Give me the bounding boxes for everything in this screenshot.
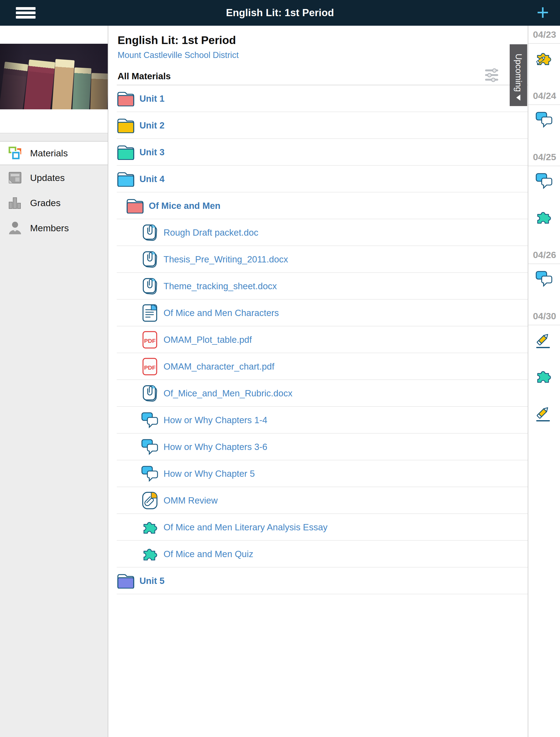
course-nav: Materials Updates Grades Members bbox=[0, 133, 108, 737]
material-label: Unit 2 bbox=[139, 120, 165, 131]
sidebar-item-members[interactable]: Members bbox=[0, 216, 108, 241]
folder-row[interactable]: Unit 5 bbox=[109, 567, 528, 594]
discussion-icon bbox=[141, 464, 159, 483]
svg-text:PDF: PDF bbox=[144, 365, 156, 371]
discussion-icon[interactable] bbox=[535, 173, 551, 190]
updates-icon bbox=[8, 170, 22, 185]
grades-icon bbox=[8, 196, 22, 210]
folder-row[interactable]: Unit 3 bbox=[109, 139, 528, 166]
upcoming-tab-label: Upcoming bbox=[514, 54, 523, 92]
material-label: Unit 3 bbox=[139, 147, 165, 158]
course-cover-photo-books bbox=[0, 44, 108, 109]
material-row[interactable]: How or Why Chapters 3-6 bbox=[109, 433, 528, 460]
material-label: OMM Review bbox=[164, 495, 218, 506]
add-plus-button[interactable]: + bbox=[533, 2, 552, 24]
sidebar-item-label: Members bbox=[30, 223, 69, 234]
topbar-course-title: English Lit: 1st Period bbox=[0, 7, 560, 19]
material-label: Of Mice and Men Characters bbox=[164, 308, 279, 318]
upcoming-date-events bbox=[528, 44, 560, 68]
sidebar-item-label: Materials bbox=[30, 148, 68, 159]
folder-row[interactable]: Unit 1 bbox=[109, 85, 528, 112]
upcoming-date-events bbox=[528, 166, 560, 227]
material-label: Thesis_Pre_Writing_2011.docx bbox=[164, 254, 288, 265]
material-label: OMAM_character_chart.pdf bbox=[164, 362, 274, 372]
upcoming-date-events bbox=[528, 264, 560, 288]
attachment-doc-icon bbox=[141, 277, 159, 296]
puzzle-icon bbox=[141, 544, 159, 564]
material-label: Of Mice and Men bbox=[149, 201, 220, 211]
upcoming-date-header: 04/24 bbox=[528, 87, 560, 105]
material-label: Unit 5 bbox=[139, 576, 165, 586]
material-label: Of Mice and Men Literary Analysis Essay bbox=[164, 522, 328, 532]
link-doc-icon bbox=[141, 491, 159, 510]
sidebar-item-grades[interactable]: Grades bbox=[0, 190, 108, 216]
material-row[interactable]: OMM Review bbox=[109, 487, 528, 514]
page-icon bbox=[141, 304, 159, 323]
material-row[interactable]: Of Mice and Men Characters bbox=[109, 300, 528, 327]
material-label: Unit 1 bbox=[139, 94, 165, 104]
puzzle-icon bbox=[141, 518, 159, 537]
attachment-doc-icon bbox=[141, 384, 159, 403]
discussion-icon[interactable] bbox=[535, 271, 551, 288]
collapse-left-arrow-icon bbox=[516, 95, 520, 101]
upcoming-date-events bbox=[528, 105, 560, 129]
attachment-doc-icon bbox=[141, 223, 159, 242]
folder-icon bbox=[117, 170, 135, 189]
folder-row[interactable]: Of Mice and Men bbox=[109, 193, 528, 219]
folder-icon bbox=[117, 89, 135, 108]
test-pencil-icon[interactable] bbox=[535, 332, 551, 350]
upcoming-date-header: 04/25 bbox=[528, 148, 560, 166]
material-row[interactable]: How or Why Chapters 1-4 bbox=[109, 407, 528, 433]
discussion-icon bbox=[141, 437, 159, 456]
material-row[interactable]: Of Mice and Men Literary Analysis Essay bbox=[109, 514, 528, 541]
material-row[interactable]: PDFOMAM_character_chart.pdf bbox=[109, 353, 528, 380]
folder-row[interactable]: Unit 2 bbox=[109, 112, 528, 139]
materials-icon bbox=[8, 146, 22, 161]
material-label: Of_Mice_and_Men_Rubric.docx bbox=[164, 388, 292, 398]
folder-icon bbox=[117, 116, 135, 135]
material-row[interactable]: Thesis_Pre_Writing_2011.docx bbox=[109, 246, 528, 273]
members-icon bbox=[8, 221, 22, 235]
pdf-icon: PDF bbox=[141, 330, 159, 350]
material-row[interactable]: PDFOMAM_Plot_table.pdf bbox=[109, 327, 528, 353]
test-pencil-icon[interactable] bbox=[535, 405, 551, 422]
material-row[interactable]: How or Why Chapter 5 bbox=[109, 460, 528, 487]
sidebar-item-materials[interactable]: Materials bbox=[0, 141, 108, 165]
all-materials-label: All Materials bbox=[118, 71, 171, 82]
folder-row[interactable]: Unit 4 bbox=[109, 166, 528, 193]
folder-icon bbox=[126, 196, 144, 216]
all-materials-header-row: All Materials bbox=[117, 67, 528, 85]
upcoming-date-header: 04/30 bbox=[528, 307, 560, 325]
material-label: Theme_tracking_sheet.docx bbox=[164, 281, 277, 292]
page-title: English Lit: 1st Period bbox=[118, 34, 236, 47]
upcoming-drawer-tab[interactable]: Upcoming bbox=[510, 44, 527, 106]
attachment-doc-icon bbox=[141, 250, 159, 269]
materials-panel: English Lit: 1st Period Mount Castlevill… bbox=[109, 26, 528, 737]
discussion-icon[interactable] bbox=[535, 112, 551, 129]
material-row[interactable]: Theme_tracking_sheet.docx bbox=[109, 273, 528, 300]
sidebar-item-label: Grades bbox=[30, 198, 61, 208]
pdf-icon: PDF bbox=[141, 357, 159, 376]
sidebar-item-label: Updates bbox=[30, 173, 65, 183]
sidebar-item-updates[interactable]: Updates bbox=[0, 165, 108, 190]
district-link[interactable]: Mount Castleville School District bbox=[118, 50, 239, 60]
top-navigation-bar: English Lit: 1st Period + bbox=[0, 0, 560, 26]
material-label: Of Mice and Men Quiz bbox=[164, 549, 253, 559]
folder-icon bbox=[117, 143, 135, 162]
course-sidebar: Materials Updates Grades Members bbox=[0, 26, 108, 737]
filter-sliders-icon[interactable] bbox=[485, 68, 499, 82]
material-row[interactable]: Rough Draft packet.doc bbox=[109, 219, 528, 246]
material-label: How or Why Chapters 1-4 bbox=[164, 415, 267, 425]
material-label: Unit 4 bbox=[139, 174, 165, 184]
material-label: How or Why Chapters 3-6 bbox=[164, 442, 267, 452]
upcoming-rail: 04/23 04/24 04/25 04/26 04/30 bbox=[528, 26, 560, 737]
material-row[interactable]: Of_Mice_and_Men_Rubric.docx bbox=[109, 380, 528, 407]
discussion-icon bbox=[141, 410, 159, 430]
folder-icon bbox=[117, 571, 135, 590]
upcoming-date-events bbox=[528, 325, 560, 422]
quiz-puzzle-icon[interactable] bbox=[535, 209, 551, 227]
svg-text:PDF: PDF bbox=[144, 338, 156, 344]
quiz-puzzle-icon[interactable] bbox=[535, 368, 551, 386]
material-row[interactable]: Of Mice and Men Quiz bbox=[109, 541, 528, 567]
assignment-puzzle-pencil-icon[interactable] bbox=[535, 50, 551, 68]
